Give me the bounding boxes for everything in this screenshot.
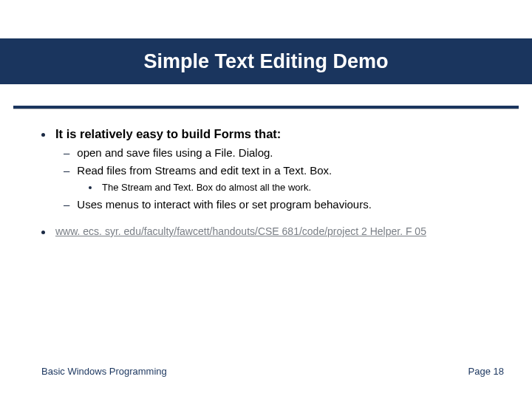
dash-icon: – [64,197,69,212]
sub-list-continued: – Uses menus to interact with files or s… [64,197,499,212]
sub-list: – open and save files using a File. Dial… [64,146,499,178]
dash-icon: – [64,163,69,178]
footer-left: Basic Windows Programming [41,366,167,377]
bullet-dot-icon [41,133,45,137]
sub-sub-bullet-text: The Stream and Text. Box do almost all t… [102,181,311,194]
sub-bullet-text: Read files from Streams and edit text in… [77,163,332,178]
bullet-level1: It is relatively easy to build Forms tha… [41,127,499,141]
sub-bullet-text: Uses menus to interact with files or set… [77,197,372,212]
content-area: It is relatively easy to build Forms tha… [41,127,499,237]
slide-title: Simple Text Editing Demo [143,50,388,73]
link-bullet: www. ecs. syr. edu/faculty/fawcett/hando… [41,225,499,237]
sub-bullet: – Read files from Streams and edit text … [64,163,499,178]
sub-bullet: – Uses menus to interact with files or s… [64,197,499,212]
slide: Simple Text Editing Demo It is relativel… [0,0,532,399]
bullet-main-text: It is relatively easy to build Forms tha… [55,127,281,141]
sub-sub-bullet: The Stream and Text. Box do almost all t… [89,181,499,194]
reference-link[interactable]: www. ecs. syr. edu/faculty/fawcett/hando… [55,225,426,237]
sub-bullet: – open and save files using a File. Dial… [64,146,499,160]
bullet-dot-icon [41,231,45,234]
sub-bullet-text: open and save files using a File. Dialog… [77,146,273,160]
title-bar: Simple Text Editing Demo [0,38,532,84]
dash-icon: – [64,146,69,160]
sub-sub-list: The Stream and Text. Box do almost all t… [89,181,499,194]
bullet-dot-icon [89,186,92,189]
divider-line [13,106,519,109]
footer-right: Page 18 [468,366,504,377]
